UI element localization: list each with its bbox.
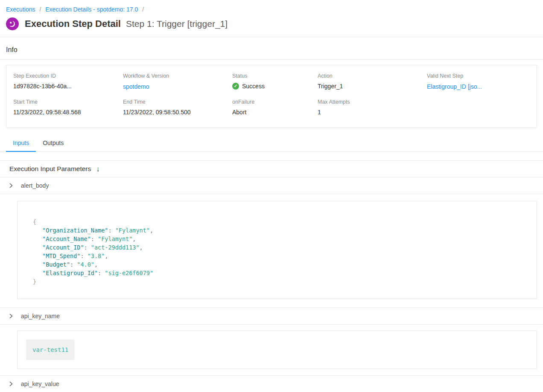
json-colon: : bbox=[108, 227, 115, 234]
json-colon: : bbox=[80, 253, 87, 259]
field-empty bbox=[427, 99, 530, 116]
header-divider bbox=[0, 37, 543, 37]
success-check-icon: ✓ bbox=[232, 83, 239, 90]
json-key: "Account_ID" bbox=[42, 244, 84, 251]
field-step-execution-id: Step Execution ID 1d97828c-13b6-40a... bbox=[13, 73, 123, 90]
json-brace: } bbox=[33, 278, 36, 285]
field-value: 11/23/2022, 09:58:50.500 bbox=[123, 109, 232, 116]
field-value: Abort bbox=[232, 109, 318, 116]
field-label: Status bbox=[232, 73, 318, 79]
json-key: "Budget" bbox=[42, 261, 70, 268]
json-key: "Account_Name" bbox=[42, 235, 91, 242]
field-label: Step Execution ID bbox=[13, 73, 123, 79]
json-colon: : bbox=[70, 261, 77, 268]
field-workflow-version: Workflow & Version spotdemo bbox=[123, 73, 232, 90]
field-value: 11/23/2022, 09:58:48.568 bbox=[13, 109, 123, 116]
tab-outputs[interactable]: Outputs bbox=[36, 135, 70, 152]
breadcrumb-separator: / bbox=[39, 6, 41, 13]
json-value: "3.8" bbox=[88, 253, 105, 259]
collapse-all-arrow-icon[interactable]: ↓ bbox=[96, 166, 100, 173]
info-divider bbox=[0, 59, 543, 60]
field-start-time: Start Time 11/23/2022, 09:58:48.568 bbox=[13, 99, 123, 116]
json-value: "Fylamynt" bbox=[98, 235, 132, 242]
json-colon: : bbox=[84, 244, 91, 251]
info-card: Step Execution ID 1d97828c-13b6-40a... W… bbox=[6, 65, 537, 128]
json-colon: : bbox=[91, 235, 98, 242]
field-label: Valid Next Step bbox=[427, 73, 530, 79]
json-comma: , bbox=[132, 235, 136, 242]
page-header: Execution Step Detail Step 1: Trigger [t… bbox=[0, 13, 543, 37]
json-key: "Elastigroup_Id" bbox=[42, 270, 98, 276]
workflow-link[interactable]: spotdemo bbox=[123, 83, 149, 90]
chevron-right-icon bbox=[9, 381, 14, 386]
status-text: Success bbox=[242, 83, 265, 90]
info-section-title: Info bbox=[6, 46, 537, 54]
fylamynt-logo-icon bbox=[6, 17, 19, 30]
tab-inputs[interactable]: Inputs bbox=[6, 135, 36, 152]
field-value: 1 bbox=[318, 109, 427, 116]
field-label: Start Time bbox=[13, 99, 123, 105]
param-name: api_key_name bbox=[21, 313, 60, 319]
json-comma: , bbox=[140, 244, 143, 251]
param-row-api-key-value[interactable]: api_key_value bbox=[0, 376, 543, 392]
params-title: Execution Input Parameters bbox=[9, 165, 91, 173]
json-value: "sig-e26f6079" bbox=[105, 270, 153, 276]
field-valid-next-step: Valid Next Step Elastigroup_ID [jso... bbox=[427, 73, 530, 90]
json-key: "MTD_Spend" bbox=[42, 253, 80, 259]
breadcrumb-execution-details[interactable]: Execution Details - spotdemo: 17.0 bbox=[45, 6, 138, 13]
field-max-attempts: Max Attempts 1 bbox=[318, 99, 427, 116]
field-label: End Time bbox=[123, 99, 232, 105]
breadcrumb: Executions / Execution Details - spotdem… bbox=[0, 0, 543, 13]
json-colon: : bbox=[98, 270, 105, 276]
json-comma: , bbox=[105, 253, 108, 259]
json-key: "Organization_Name" bbox=[42, 227, 108, 234]
param-row-alert-body[interactable]: alert_body bbox=[0, 177, 543, 194]
json-value: "4.0" bbox=[77, 261, 94, 268]
chevron-right-icon bbox=[9, 183, 14, 188]
page-title: Execution Step Detail bbox=[25, 18, 121, 29]
json-comma: , bbox=[94, 261, 98, 268]
field-value: Trigger_1 bbox=[318, 83, 427, 90]
field-label: Action bbox=[318, 73, 427, 79]
field-onfailure: onFailure Abort bbox=[232, 99, 318, 116]
tab-bar: Inputs Outputs bbox=[0, 135, 543, 152]
json-comma: , bbox=[150, 227, 153, 234]
param-name: api_key_value bbox=[21, 380, 59, 387]
param-row-api-key-name[interactable]: api_key_name bbox=[0, 308, 543, 325]
api-key-name-value-card: var-test11 bbox=[17, 331, 537, 369]
param-name: alert_body bbox=[21, 182, 49, 189]
field-action: Action Trigger_1 bbox=[318, 73, 427, 90]
breadcrumb-executions[interactable]: Executions bbox=[6, 6, 35, 13]
valid-next-step-link[interactable]: Elastigroup_ID [jso... bbox=[427, 83, 482, 90]
field-status: Status ✓ Success bbox=[232, 73, 318, 90]
field-label: Workflow & Version bbox=[123, 73, 232, 79]
params-header: Execution Input Parameters ↓ bbox=[0, 161, 543, 177]
field-value: 1d97828c-13b6-40a... bbox=[13, 83, 123, 90]
field-label: onFailure bbox=[232, 99, 318, 105]
field-end-time: End Time 11/23/2022, 09:58:50.500 bbox=[123, 99, 232, 116]
json-value: "Fylamynt" bbox=[115, 227, 150, 234]
json-value: "act-29ddd113" bbox=[91, 244, 140, 251]
api-key-name-value: var-test11 bbox=[26, 340, 75, 360]
chevron-right-icon bbox=[9, 314, 14, 319]
field-label: Max Attempts bbox=[318, 99, 427, 105]
alert-body-json-viewer: { "Organization_Name": "Fylamynt", "Acco… bbox=[17, 201, 537, 299]
breadcrumb-separator: / bbox=[142, 6, 144, 13]
page-subtitle: Step 1: Trigger [trigger_1] bbox=[126, 19, 228, 29]
json-brace: { bbox=[33, 218, 36, 225]
